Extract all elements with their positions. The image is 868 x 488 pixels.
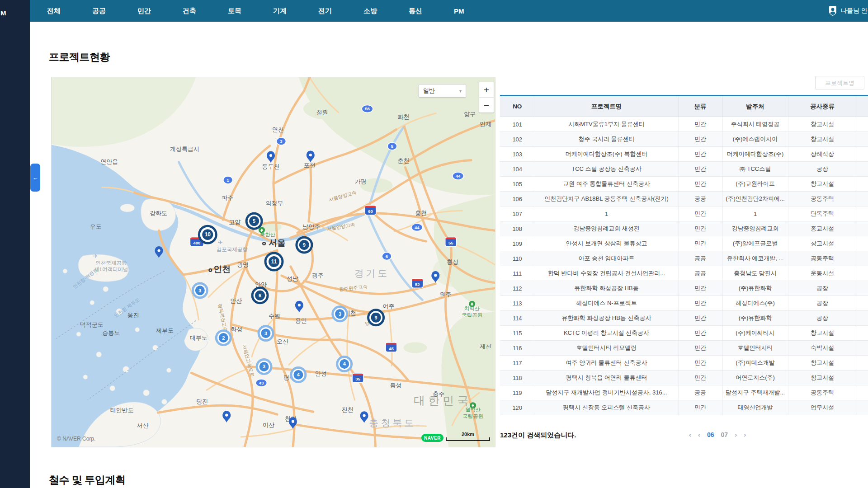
map-cluster-marker[interactable]: 2 bbox=[216, 331, 231, 345]
map-label: 안산 bbox=[230, 297, 242, 304]
page-next-button[interactable]: › bbox=[735, 431, 737, 438]
page-first-button[interactable]: ‹ bbox=[689, 431, 691, 438]
table-cell: (주)케이씨티시 bbox=[722, 326, 788, 341]
page-last-button[interactable]: › bbox=[744, 431, 746, 438]
table-row[interactable]: 120평택시 신장동 오피스텔 신축공사민간태영산업개발업무시설 bbox=[500, 400, 868, 415]
table-row[interactable]: 108강남중앙침례교회 새성전민간강남중앙침례교회종교시설 bbox=[500, 221, 868, 236]
route-badge-55: 55 bbox=[445, 237, 457, 247]
table-cell bbox=[857, 206, 868, 221]
cluster-count: 11 bbox=[271, 258, 277, 265]
table-row[interactable]: 105교원 여주 통합물류센터 신축공사민간(주)교원라이프창고시설 bbox=[500, 177, 868, 192]
map-label: 횡성 bbox=[447, 258, 458, 265]
table-cell: 120 bbox=[500, 400, 535, 415]
map-scale: 20km bbox=[446, 432, 490, 441]
map-cluster-marker[interactable]: 3 bbox=[257, 359, 271, 374]
table-row[interactable]: 102청주 국사리 물류센터민간(주)에스랩아시아창고시설 bbox=[500, 132, 868, 147]
table-cell: 창고시설 bbox=[788, 117, 857, 132]
nav-item-3[interactable]: 건축 bbox=[183, 7, 196, 15]
naver-map-canvas[interactable]: 철원연천화천양구인제개성특급시연안읍동두천포천춘천가평파주의정부고양남양주홍천강… bbox=[52, 77, 495, 447]
map-label: 의정부 bbox=[266, 200, 283, 206]
table-row[interactable]: 115KCTC 이평리 창고시설 신축공사민간(주)케이씨티시창고시설 bbox=[500, 326, 868, 341]
table-row[interactable]: 119달성지구 재개발사업 정비기반시설공사, 316...공공달성지구 주택재… bbox=[500, 385, 868, 400]
table-row[interactable]: 110아포 송천 임대아파트공공유한회사 에코개발, ...공동주택 bbox=[500, 251, 868, 266]
table-cell: 민간 bbox=[678, 400, 722, 415]
table-row[interactable]: 117여주 양귀리 물류센터 신축공사민간(주)피데스개발창고시설 bbox=[500, 356, 868, 371]
nav-item-2[interactable]: 민간 bbox=[137, 7, 151, 15]
table-row[interactable]: 116호텔인터시티 리모델링민간호텔인터시티숙박시설 bbox=[500, 341, 868, 356]
map-label: 철원 bbox=[316, 109, 328, 116]
nav-item-4[interactable]: 토목 bbox=[228, 7, 241, 15]
table-row[interactable]: 111합덕 반다비 수영장 건립공사 건설사업관리...공공충청남도 당진시운동… bbox=[500, 266, 868, 281]
table-row[interactable]: 112유한화학 화성공장 HB동민간(주)유한화학공장 bbox=[500, 281, 868, 296]
nav-item-9[interactable]: PM bbox=[454, 7, 464, 15]
table-cell bbox=[857, 162, 868, 177]
route-badge-3: 3 bbox=[276, 137, 286, 145]
table-cell: KCTC 이평리 창고시설 신축공사 bbox=[535, 326, 678, 341]
map-label: 춘천 bbox=[397, 157, 409, 164]
map-label: 인제 bbox=[480, 121, 491, 127]
table-row[interactable]: 103더케이예다함상조(주) 복합센터민간더케이예다함상조(주)장례식장 bbox=[500, 147, 868, 162]
map-cluster-marker[interactable]: 9 bbox=[368, 310, 384, 325]
search-result-count: 123건이 검색되었습니다. bbox=[500, 431, 576, 440]
map-label: 화천 bbox=[397, 113, 409, 120]
project-search-input[interactable] bbox=[815, 76, 864, 89]
map-cluster-marker[interactable]: 4 bbox=[291, 367, 306, 382]
table-cell: (주)유한화학 bbox=[722, 281, 788, 296]
nav-item-7[interactable]: 소방 bbox=[363, 7, 377, 15]
zoom-in-button[interactable]: + bbox=[479, 82, 494, 97]
map-cluster-marker[interactable]: 4 bbox=[337, 357, 352, 371]
route-badge-number: 56 bbox=[365, 106, 370, 111]
map-cluster-marker[interactable]: 5 bbox=[246, 213, 262, 229]
table-row[interactable]: 106인천검단지구 AB18BL 공동주택 신축공사(전기)공공(주)인천검단2… bbox=[500, 192, 868, 206]
table-row[interactable]: 1071민간1단독주택 bbox=[500, 206, 868, 221]
page-number-06[interactable]: 06 bbox=[707, 431, 714, 438]
map-label: 가평 bbox=[355, 178, 367, 185]
pin-hole bbox=[269, 154, 272, 157]
zoom-out-button[interactable]: − bbox=[479, 98, 494, 113]
map-label: 제1여객터미널 bbox=[94, 267, 128, 272]
table-row[interactable]: 104TCC 스틸 공장동 신축공사민간㈜ TCC스틸공장 bbox=[500, 162, 868, 177]
project-map[interactable]: 철원연천화천양구인제개성특급시연안읍동두천포천춘천가평파주의정부고양남양주홍천강… bbox=[51, 77, 495, 447]
table-row[interactable]: 101시화MTV물류1부지 물류센터민간주식회사 태영정공창고시설 bbox=[500, 117, 868, 132]
map-cluster-marker[interactable]: 9 bbox=[297, 237, 312, 253]
table-cell: 102 bbox=[500, 132, 535, 147]
pin-hole bbox=[298, 304, 301, 306]
nav-item-5[interactable]: 기계 bbox=[273, 7, 287, 15]
table-cell: 주식회사 태영정공 bbox=[722, 117, 788, 132]
nav-item-1[interactable]: 공공 bbox=[92, 7, 106, 15]
table-cell: 민간 bbox=[678, 371, 722, 385]
table-cell: 해성디에스 N-프로젝트 bbox=[535, 296, 678, 311]
table-cell: 더케이예다함상조(주) 복합센터 bbox=[535, 147, 678, 162]
table-cell: 공공 bbox=[678, 192, 722, 206]
map-cluster-marker[interactable]: 3 bbox=[333, 307, 347, 321]
naver-logo[interactable]: NAVER bbox=[421, 434, 443, 442]
table-row[interactable]: 118평택시 청북읍 어연리 물류센터민간어연로지스(주)창고시설 bbox=[500, 371, 868, 385]
nav-item-6[interactable]: 전기 bbox=[318, 7, 332, 15]
map-label: 광주 bbox=[312, 272, 324, 279]
user-area[interactable]: 나물님 안녕 bbox=[828, 0, 868, 22]
map-label: 제부도 bbox=[156, 327, 174, 334]
map-cluster-marker[interactable]: 11 bbox=[265, 253, 283, 270]
route-badge-60: 60 bbox=[365, 206, 376, 215]
nav-item-0[interactable]: 전체 bbox=[47, 7, 61, 15]
map-cluster-marker[interactable]: 10 bbox=[199, 226, 216, 243]
page-number-07[interactable]: 07 bbox=[721, 431, 728, 438]
map-zoom-control: + − bbox=[479, 82, 494, 113]
map-type-dropdown[interactable]: 일반 ▾ bbox=[419, 84, 466, 98]
page-title: 프로젝트현황 bbox=[49, 50, 110, 64]
map-cluster-marker[interactable]: 3 bbox=[193, 283, 207, 298]
table-cell: 안성시 보개면 상삼리 물류창고 bbox=[535, 236, 678, 251]
map-cluster-marker[interactable]: 6 bbox=[252, 288, 268, 303]
nav-item-8[interactable]: 통신 bbox=[409, 7, 422, 15]
page-prev-button[interactable]: ‹ bbox=[698, 431, 700, 438]
table-row[interactable]: 113해성디에스 N-프로젝트민간해성디에스(주)공장 bbox=[500, 296, 868, 311]
table-cell bbox=[857, 236, 868, 251]
map-cluster-marker[interactable]: 3 bbox=[259, 326, 273, 341]
airport-icon: ✈ bbox=[218, 239, 223, 246]
sidebar-collapse-button[interactable]: ← bbox=[30, 164, 40, 192]
table-cell: 종교시설 bbox=[788, 221, 857, 236]
table-row[interactable]: 109안성시 보개면 상삼리 물류창고민간(주)알에프글로벌창고시설 bbox=[500, 236, 868, 251]
table-row[interactable]: 114유한화학 화성공장 HB동 신축공사민간(주)유한화학공장 bbox=[500, 311, 868, 326]
map-label: 연안읍 bbox=[100, 158, 118, 165]
table-cell bbox=[857, 385, 868, 400]
